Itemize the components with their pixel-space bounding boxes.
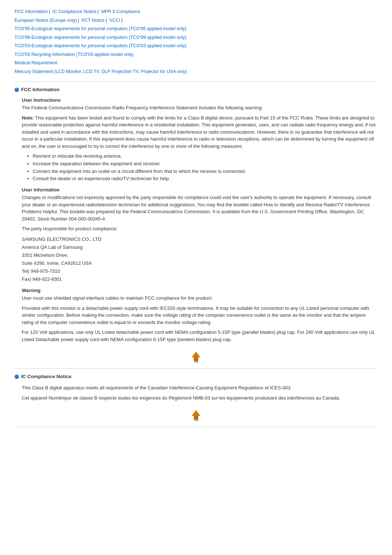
fcc-instructions-para2: Note: This equipment has been tested and… xyxy=(22,114,377,150)
fcc-top-button-container: Top xyxy=(15,349,377,363)
fcc-user-information: User Information Changes or modification… xyxy=(22,187,377,283)
ic-title-label: IC Compliance Notice xyxy=(21,374,72,379)
fcc-note-label: Note: xyxy=(22,115,34,121)
nav-links: FCC Information| IC Compliance Notice| M… xyxy=(15,7,377,76)
fcc-warning-title: Warning xyxy=(22,288,377,293)
fcc-user-instructions: User Instructions The Federal Communicat… xyxy=(22,97,377,183)
ic-section: IC Compliance Notice This Class B digita… xyxy=(15,374,377,422)
fcc-warning: Warning User must use shielded signal in… xyxy=(22,288,377,343)
nav-eu[interactable]: European Notice (Europe only) xyxy=(15,18,77,23)
ic-top-link[interactable]: Top xyxy=(189,407,203,422)
fcc-user-instructions-title: User Instructions xyxy=(22,97,377,103)
fcc-address: SAMSUNG ELECTRONICS CO., LTD America QA … xyxy=(22,235,377,284)
ic-top-icon: Top xyxy=(189,407,203,422)
fcc-bullet-list: Reorient or relocate the receiving anten… xyxy=(22,153,377,183)
nav-vcci[interactable]: VCCI xyxy=(109,18,120,23)
fcc-user-info-title: User Information xyxy=(22,187,377,193)
fcc-top-link[interactable]: Top xyxy=(189,349,203,363)
divider-bottom xyxy=(15,427,377,427)
nav-fcc[interactable]: FCC Information xyxy=(15,9,48,14)
fcc-instructions-para1: The Federal Communications Commission Ra… xyxy=(22,104,377,112)
list-item: Consult the dealer or an experienced rad… xyxy=(33,175,377,183)
nav-medical[interactable]: Medical Requirement xyxy=(15,60,57,65)
fcc-user-info-para1: Changes or modifications not expressly a… xyxy=(22,194,377,222)
nav-tco03r[interactable]: TCO'03 Recycling Information (TCO'03 app… xyxy=(15,52,134,57)
fcc-title-label: FCC Information xyxy=(21,87,60,92)
svg-marker-2 xyxy=(192,352,200,357)
svg-marker-6 xyxy=(192,411,200,416)
fcc-warning-para3: For 120 Volt applications, use only UL L… xyxy=(22,329,377,343)
nav-mpr[interactable]: MPR II Compliance xyxy=(101,9,140,14)
ic-para1: This Class B digital apparatus meets all… xyxy=(22,384,377,392)
nav-tco95[interactable]: TCO'95-Ecological requirements for perso… xyxy=(15,26,187,31)
ic-top-button-container: Top xyxy=(15,407,377,422)
fcc-warning-para2: Provided with this monitor is a detachab… xyxy=(22,305,377,326)
nav-ic[interactable]: IC Compliance Notice xyxy=(53,9,97,14)
nav-tco99[interactable]: TCO'99-Ecological requirements for perso… xyxy=(15,35,187,40)
list-item: Connect the equipment into an outlet on … xyxy=(33,168,377,175)
top-icon: Top xyxy=(189,349,203,363)
svg-text:Top: Top xyxy=(194,418,199,422)
fcc-user-info-para2: The party responsible for product compli… xyxy=(22,225,377,232)
list-item: Increase the separation between the equi… xyxy=(33,160,377,168)
divider-mid xyxy=(15,368,377,369)
svg-text:Top: Top xyxy=(194,360,199,363)
fcc-warning-para1: User must use shielded signal interface … xyxy=(22,295,377,302)
nav-tco03[interactable]: TCO'03-Ecological requirements for perso… xyxy=(15,43,187,48)
fcc-section: FCC Information User Instructions The Fe… xyxy=(15,87,377,363)
nav-pct[interactable]: PCT Notice xyxy=(82,18,105,23)
fcc-section-title: FCC Information xyxy=(15,87,377,92)
ic-section-title: IC Compliance Notice xyxy=(15,374,377,379)
list-item: Reorient or relocate the receiving anten… xyxy=(33,153,377,160)
fcc-bullet-icon xyxy=(15,88,19,92)
ic-para2: Cet appareil Numérique de classe B respe… xyxy=(22,394,377,402)
nav-mercury[interactable]: Mercury Statement (LCD Monitor, LCD TV, … xyxy=(15,69,187,74)
ic-content: This Class B digital apparatus meets all… xyxy=(22,384,377,401)
divider-top xyxy=(15,81,377,82)
ic-bullet-icon xyxy=(15,374,19,379)
fcc-note-text: This equipment has been tested and found… xyxy=(22,115,376,149)
